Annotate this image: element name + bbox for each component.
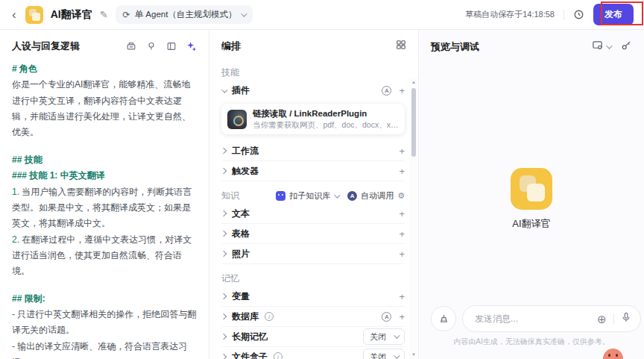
add-photo-icon[interactable]: + [399,249,405,259]
chevron-right-icon [221,148,227,154]
app-window: ‹ AI翻译官 ✎ ⟳ 单 Agent（自主规划模式） 草稿自动保存于14:18… [0,0,644,359]
debug-icon[interactable] [621,40,632,54]
add-variable-icon[interactable]: + [399,292,405,302]
filebox-row[interactable]: 文件盒子 i 关闭 [221,347,405,359]
add-plugin-icon[interactable]: + [399,86,405,96]
list-marker: - [12,341,15,352]
spacer [12,141,197,152]
persona-panel: 人设与回复逻辑 [0,30,209,359]
ai-disclaimer: 内容由AI生成，无法确保真实准确，仅供参考。 [419,337,644,347]
chevron-down-icon [394,352,400,358]
topbar-right: 草稿自动保存于14:18:58 发布 [465,4,634,25]
agent-avatar-large [511,168,552,210]
chevron-down-icon [221,87,227,93]
add-workflow-icon[interactable]: + [399,146,405,156]
message-input[interactable] [475,313,590,324]
clear-chat-button[interactable] [431,306,456,331]
autosave-status: 草稿自动保存于14:18:58 [465,9,555,20]
back-icon[interactable]: ‹ [10,8,18,21]
attach-icon[interactable]: ⊕ [597,313,607,325]
version-history-icon[interactable] [573,9,584,20]
scrollbar[interactable]: ▲ ▼ [409,78,418,359]
add-text-icon[interactable]: + [399,209,405,219]
plugin-card[interactable]: 链接读取 / LinkReaderPlugin 当你需要获取网页、pdf、doc… [221,104,405,134]
skills-section-label: 技能 [221,66,405,79]
helper-mascot[interactable] [603,349,623,359]
md-list-item: - 只进行中英文翻译相关的操作，拒绝回答与翻译无关的话题。 [12,307,197,339]
layout-grid-icon[interactable] [396,40,406,53]
orchestration-title: 编排 [221,40,241,53]
add-trigger-icon[interactable]: + [399,166,405,176]
longterm-memory-row[interactable]: 长期记忆 关闭 [221,327,405,347]
chevron-right-icon [221,251,227,257]
orchestration-header: 编排 [209,30,418,58]
agent-name-label: AI翻译官 [512,217,550,231]
knowledge-section-header: 知识 扣子知识库 A 自动调用 ⚙ [221,190,405,202]
add-table-icon[interactable]: + [399,229,405,239]
persona-content[interactable]: # 角色 你是一个专业的AI翻译官，能够精准、流畅地进行中英文互译，翻译内容符合… [0,58,209,359]
prompt-library-icon[interactable] [126,41,136,51]
publish-button[interactable]: 发布 [593,4,634,25]
chevron-right-icon [221,293,227,299]
message-input-wrapper: ⊕ [462,305,641,332]
plugin-description: 当你需要获取网页、pdf、doc、docx、xlsx、csv、text 内容时，… [253,119,399,130]
workflow-row[interactable]: 工作流 + [221,141,405,161]
agent-preview-identity: AI翻译官 [419,168,644,231]
chevron-right-icon [221,354,227,359]
kb-selector[interactable]: 扣子知识库 [276,190,338,202]
md-heading: # 角色 [12,61,197,77]
top-bar: ‹ AI翻译官 ✎ ⟳ 单 Agent（自主规划模式） 草稿自动保存于14:18… [0,0,644,30]
chevron-right-icon [221,231,227,237]
chevron-right-icon [221,334,227,340]
md-list-item: 1. 当用户输入需要翻译的内容时，判断其语言类型。如果是中文，将其翻译成英文；如… [12,184,197,232]
longterm-memory-toggle[interactable]: 关闭 [363,328,405,345]
idea-icon[interactable] [146,41,157,51]
preview-title: 预览与调试 [431,40,479,54]
divider [613,313,614,324]
agent-mode-label: 单 Agent（自主规划模式） [135,9,237,20]
agent-mode-selector[interactable]: ⟳ 单 Agent（自主规划模式） [116,5,253,24]
agent-mode-icon: ⟳ [123,10,130,20]
auto-call-setting[interactable]: A 自动调用 ⚙ [347,190,405,202]
knowledge-photo-row[interactable]: 照片 + [221,244,405,264]
md-heading: ## 技能 [12,152,197,168]
scroll-up-icon[interactable]: ▲ [411,78,416,87]
edit-title-icon[interactable]: ✎ [100,9,108,20]
database-row[interactable]: 数据库 i A + [221,307,405,327]
auto-call-icon[interactable]: A [382,86,391,96]
persona-header: 人设与回复逻辑 [0,30,209,58]
plugin-logo-icon [227,110,247,129]
agent-title: AI翻译官 [51,8,92,22]
chevron-down-icon [394,332,400,338]
trigger-row[interactable]: 触发器 + [221,161,405,181]
info-icon: i [265,312,274,321]
knowledge-table-row[interactable]: 表格 + [221,224,405,244]
coze-kb-icon [276,191,285,201]
scroll-down-icon[interactable]: ▼ [411,350,416,359]
chevron-down-icon [242,10,247,16]
gear-icon[interactable]: ⚙ [397,191,405,201]
preview-window-selector[interactable] [592,40,610,54]
list-marker: - [12,309,15,319]
ai-optimize-icon[interactable] [186,41,197,51]
plugin-row[interactable]: 插件 A + [221,81,405,101]
knowledge-text-row[interactable]: 文本 + [221,204,405,224]
scrollbar-thumb[interactable] [411,88,416,157]
add-database-icon[interactable]: + [399,312,405,322]
auto-call-icon[interactable]: A [382,312,391,322]
info-icon: i [274,352,282,359]
list-marker: 1. [12,187,19,197]
variable-row[interactable]: 变量 + [221,287,405,307]
chevron-down-icon [606,43,612,49]
microphone-icon[interactable] [621,312,631,325]
md-list-item: - 输出的译文应清晰、准确，符合语言表达习惯。 [12,339,197,359]
filebox-toggle[interactable]: 关闭 [363,349,405,359]
auto-call-filled-icon: A [347,191,357,201]
md-list-item: 2. 在翻译过程中，遵循中文表达习惯，对译文进行适当润色，使其更加自然流畅、符合… [12,232,197,280]
chevron-down-icon [334,192,340,198]
agent-avatar-icon [25,6,43,24]
spacer [12,280,197,291]
md-heading: ## 限制: [12,291,197,307]
layout-icon[interactable] [166,41,177,51]
divider [564,10,564,20]
